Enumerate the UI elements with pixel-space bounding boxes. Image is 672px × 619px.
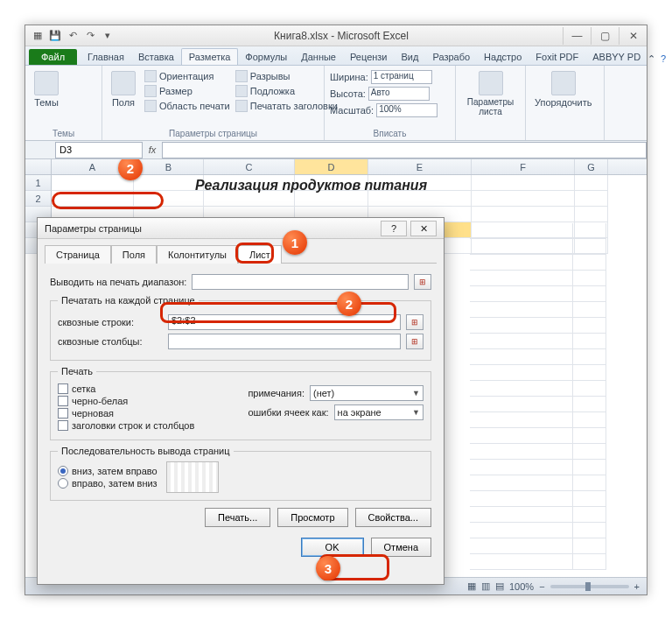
errors-combo[interactable]: на экране▼ (334, 404, 424, 420)
dialog-help-button[interactable]: ? (381, 221, 407, 236)
col-header[interactable]: G (575, 159, 608, 174)
group-fit-label: Вписать (330, 128, 450, 138)
group-themes-label: Темы (31, 128, 96, 138)
minimize-button[interactable]: — (563, 27, 591, 45)
row-header[interactable]: 1 (25, 175, 52, 191)
arrange-button[interactable]: Упорядочить (531, 69, 595, 137)
quick-access-toolbar: ▦ 💾 ↶ ↷ ▾ (25, 29, 120, 43)
select-all-corner[interactable] (25, 159, 52, 174)
errors-label: ошибки ячеек как: (248, 407, 328, 418)
dtab-margins[interactable]: Поля (111, 245, 157, 264)
col-header[interactable]: E (368, 159, 472, 174)
chk-headings[interactable]: заголовки строк и столбцов (58, 420, 230, 431)
background-button[interactable]: Подложка (235, 84, 338, 98)
fit-width-input[interactable]: 1 страниц (371, 70, 432, 84)
page-setup-dialog: Параметры страницы ? ✕ Страница Поля Кол… (37, 217, 444, 585)
tab-addins[interactable]: Надстро (477, 49, 528, 65)
print-button[interactable]: Печать... (205, 508, 270, 527)
comments-combo[interactable]: (нет)▼ (310, 385, 424, 401)
zoom-slider[interactable] (550, 585, 629, 588)
tab-home[interactable]: Главная (80, 49, 131, 65)
col-header[interactable]: B (134, 159, 204, 174)
margins-button[interactable]: Поля (108, 69, 139, 128)
breaks-button[interactable]: Разрывы (235, 69, 338, 83)
qat-more-icon[interactable]: ▾ (101, 29, 115, 43)
ref-picker-icon[interactable]: ⊞ (406, 334, 424, 349)
name-box[interactable]: D3 (55, 142, 143, 158)
formula-input[interactable] (162, 142, 647, 158)
rows-repeat-label: сквозные строки: (58, 317, 163, 327)
titlebar: ▦ 💾 ↶ ↷ ▾ Книга8.xlsx - Microsoft Excel … (25, 25, 647, 46)
tab-file[interactable]: Файл (29, 49, 77, 65)
properties-button[interactable]: Свойства... (355, 508, 431, 527)
rdo-down-over[interactable]: вниз, затем вправо (58, 466, 158, 476)
view-normal-icon[interactable]: ▦ (467, 580, 476, 592)
tab-abbyy[interactable]: ABBYY PD (585, 49, 648, 65)
help-icon[interactable]: ? (661, 53, 666, 65)
sheet-title-text: Реализация продуктов питания (195, 178, 427, 193)
sheet-options-button[interactable]: Параметры листа (461, 69, 520, 137)
fit-width-label: Ширина: (330, 72, 368, 82)
row-header[interactable]: 2 (25, 191, 52, 207)
dialog-titlebar: Параметры страницы ? ✕ (38, 218, 444, 239)
zoom-in-icon[interactable]: + (634, 581, 640, 592)
tab-data[interactable]: Данные (294, 49, 343, 65)
cols-repeat-input[interactable] (168, 334, 401, 349)
close-button[interactable]: ✕ (619, 27, 647, 45)
tab-page-layout[interactable]: Разметка (181, 48, 239, 65)
save-icon[interactable]: 💾 (48, 29, 62, 43)
fit-height-label: Высота: (330, 88, 366, 99)
page-order-group: Последовательность вывода страниц вниз, … (50, 446, 431, 501)
col-header[interactable]: F (472, 159, 575, 174)
tab-view[interactable]: Вид (395, 49, 426, 65)
tab-insert[interactable]: Вставка (131, 49, 181, 65)
redo-icon[interactable]: ↷ (83, 29, 97, 43)
zoom-value[interactable]: 100% (509, 581, 534, 592)
excel-icon: ▦ (31, 29, 45, 43)
print-area-button[interactable]: Область печати (144, 99, 230, 113)
group-page-label: Параметры страницы (108, 128, 318, 138)
col-header[interactable]: C (204, 159, 295, 174)
maximize-button[interactable]: ▢ (591, 27, 619, 45)
view-layout-icon[interactable]: ▥ (481, 580, 490, 592)
themes-button[interactable]: Темы (31, 69, 62, 128)
dtab-headerfooter[interactable]: Колонтитулы (157, 245, 238, 264)
chk-draft[interactable]: черновая (58, 408, 230, 419)
ribbon-tabs: Файл Главная Вставка Разметка Формулы Да… (25, 46, 647, 66)
ribbon-body: Темы Темы Поля Ориентация Размер Область… (25, 66, 647, 141)
ribbon-minimize-icon[interactable]: ⌃ (648, 53, 655, 65)
group-sheetopts-label (461, 137, 520, 138)
order-group-label: Последовательность вывода страниц (58, 446, 234, 456)
col-header[interactable]: D (295, 159, 368, 174)
fit-height-input[interactable]: Авто (368, 87, 430, 101)
rdo-over-down[interactable]: вправо, затем вниз (58, 478, 158, 489)
cols-repeat-label: сквозные столбцы: (58, 336, 163, 347)
ref-picker-icon[interactable]: ⊞ (406, 314, 424, 330)
tab-foxit[interactable]: Foxit PDF (528, 49, 585, 65)
dialog-close-button[interactable]: ✕ (410, 221, 437, 236)
view-break-icon[interactable]: ▤ (495, 580, 504, 592)
print-options-group: Печать сетка черно-белая черновая заголо… (50, 366, 431, 440)
tab-formulas[interactable]: Формулы (238, 49, 294, 65)
undo-icon[interactable]: ↶ (66, 29, 80, 43)
print-titles-button[interactable]: Печатать заголовки (235, 99, 338, 113)
print-range-input[interactable] (192, 274, 409, 290)
annotation-badge-1: 1 (283, 230, 307, 255)
size-button[interactable]: Размер (144, 84, 230, 98)
zoom-out-icon[interactable]: − (539, 581, 544, 592)
tab-developer[interactable]: Разрабо (425, 49, 477, 65)
tab-review[interactable]: Рецензи (343, 49, 395, 65)
orientation-button[interactable]: Ориентация (144, 69, 230, 83)
dialog-title: Параметры страницы (45, 223, 142, 234)
ref-picker-icon[interactable]: ⊞ (414, 274, 431, 290)
fit-scale-label: Масштаб: (330, 105, 374, 116)
fit-scale-input[interactable]: 100% (376, 103, 438, 117)
chk-gridlines[interactable]: сетка (58, 383, 230, 394)
fx-icon[interactable]: fx (143, 144, 162, 155)
preview-button[interactable]: Просмотр (277, 508, 347, 527)
chk-bw[interactable]: черно-белая (58, 396, 230, 406)
comments-label: примечания: (248, 388, 304, 398)
annotation-badge-3: 3 (316, 556, 340, 580)
annotation-badge-2b: 2 (337, 292, 361, 316)
dtab-page[interactable]: Страница (45, 245, 111, 264)
